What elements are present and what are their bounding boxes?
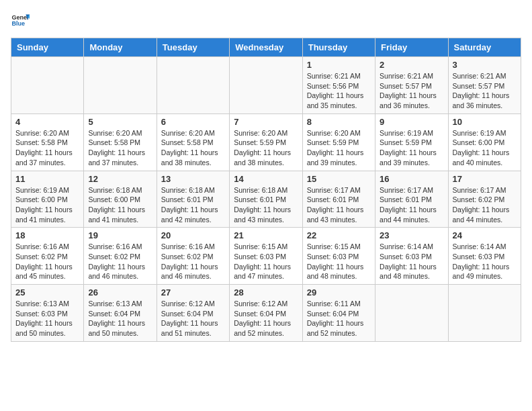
day-number: 10 [453, 117, 517, 127]
calendar-week-row: 25Sunrise: 6:13 AM Sunset: 6:03 PM Dayli… [11, 285, 521, 342]
day-number: 27 [161, 287, 225, 298]
day-info: Sunrise: 6:14 AM Sunset: 6:03 PM Dayligh… [380, 242, 443, 281]
day-info: Sunrise: 6:19 AM Sunset: 5:59 PM Dayligh… [380, 128, 443, 168]
calendar-cell: 23Sunrise: 6:14 AM Sunset: 6:03 PM Dayli… [375, 228, 448, 285]
logo-icon: General Blue [11, 11, 30, 30]
calendar-cell: 15Sunrise: 6:17 AM Sunset: 6:01 PM Dayli… [302, 171, 375, 228]
calendar-cell: 2Sunrise: 6:21 AM Sunset: 5:57 PM Daylig… [375, 57, 448, 114]
calendar-cell: 16Sunrise: 6:17 AM Sunset: 6:01 PM Dayli… [375, 171, 448, 228]
svg-text:Blue: Blue [11, 20, 25, 27]
calendar-cell [84, 57, 157, 114]
day-info: Sunrise: 6:17 AM Sunset: 6:02 PM Dayligh… [453, 185, 517, 225]
header: General Blue [11, 11, 521, 30]
day-number: 25 [15, 287, 79, 298]
day-info: Sunrise: 6:11 AM Sunset: 6:04 PM Dayligh… [307, 299, 371, 338]
calendar-cell: 27Sunrise: 6:12 AM Sunset: 6:04 PM Dayli… [157, 285, 229, 342]
day-number: 14 [234, 174, 298, 184]
day-info: Sunrise: 6:12 AM Sunset: 6:04 PM Dayligh… [234, 299, 298, 338]
calendar-header-row: SundayMondayTuesdayWednesdayThursdayFrid… [11, 38, 521, 57]
day-number: 9 [380, 117, 443, 127]
day-number: 3 [453, 60, 517, 70]
day-of-week-header: Wednesday [230, 38, 302, 57]
logo: General Blue [11, 11, 30, 30]
calendar-cell: 19Sunrise: 6:16 AM Sunset: 6:02 PM Dayli… [84, 228, 157, 285]
day-info: Sunrise: 6:20 AM Sunset: 5:58 PM Dayligh… [161, 128, 225, 168]
calendar-cell: 21Sunrise: 6:15 AM Sunset: 6:03 PM Dayli… [230, 228, 302, 285]
day-number: 21 [234, 230, 298, 240]
day-info: Sunrise: 6:18 AM Sunset: 6:00 PM Dayligh… [88, 185, 152, 225]
day-number: 20 [161, 230, 225, 240]
day-of-week-header: Monday [84, 38, 157, 57]
day-info: Sunrise: 6:16 AM Sunset: 6:02 PM Dayligh… [15, 242, 79, 281]
day-info: Sunrise: 6:15 AM Sunset: 6:03 PM Dayligh… [234, 242, 298, 281]
calendar-cell [230, 57, 302, 114]
day-info: Sunrise: 6:18 AM Sunset: 6:01 PM Dayligh… [161, 185, 225, 225]
day-number: 16 [380, 174, 443, 184]
day-number: 18 [15, 230, 79, 240]
calendar-cell: 5Sunrise: 6:20 AM Sunset: 5:58 PM Daylig… [84, 113, 157, 171]
day-number: 24 [453, 230, 517, 240]
day-info: Sunrise: 6:14 AM Sunset: 6:03 PM Dayligh… [453, 242, 517, 281]
day-number: 5 [88, 117, 152, 127]
day-info: Sunrise: 6:16 AM Sunset: 6:02 PM Dayligh… [161, 242, 225, 281]
day-number: 15 [307, 174, 371, 184]
day-number: 28 [234, 287, 298, 298]
day-info: Sunrise: 6:21 AM Sunset: 5:56 PM Dayligh… [307, 71, 371, 111]
day-number: 8 [307, 117, 371, 127]
day-number: 22 [307, 230, 371, 240]
calendar-cell: 13Sunrise: 6:18 AM Sunset: 6:01 PM Dayli… [157, 171, 229, 228]
day-info: Sunrise: 6:17 AM Sunset: 6:01 PM Dayligh… [307, 185, 371, 225]
day-number: 29 [307, 287, 371, 298]
day-info: Sunrise: 6:21 AM Sunset: 5:57 PM Dayligh… [380, 71, 443, 111]
calendar-table: SundayMondayTuesdayWednesdayThursdayFrid… [11, 38, 521, 342]
day-number: 6 [161, 117, 225, 127]
day-info: Sunrise: 6:16 AM Sunset: 6:02 PM Dayligh… [88, 242, 152, 281]
calendar-week-row: 11Sunrise: 6:19 AM Sunset: 6:00 PM Dayli… [11, 171, 521, 228]
day-info: Sunrise: 6:20 AM Sunset: 5:59 PM Dayligh… [234, 128, 298, 168]
day-info: Sunrise: 6:13 AM Sunset: 6:03 PM Dayligh… [15, 299, 79, 338]
calendar-cell [11, 57, 84, 114]
day-of-week-header: Thursday [302, 38, 375, 57]
calendar-cell: 22Sunrise: 6:15 AM Sunset: 6:03 PM Dayli… [302, 228, 375, 285]
day-info: Sunrise: 6:17 AM Sunset: 6:01 PM Dayligh… [380, 185, 443, 225]
day-number: 1 [307, 60, 371, 70]
calendar-week-row: 1Sunrise: 6:21 AM Sunset: 5:56 PM Daylig… [11, 57, 521, 114]
day-of-week-header: Sunday [11, 38, 84, 57]
day-number: 4 [15, 117, 79, 127]
day-number: 2 [380, 60, 443, 70]
day-info: Sunrise: 6:20 AM Sunset: 5:58 PM Dayligh… [88, 128, 152, 168]
calendar-cell: 18Sunrise: 6:16 AM Sunset: 6:02 PM Dayli… [11, 228, 84, 285]
calendar-cell: 28Sunrise: 6:12 AM Sunset: 6:04 PM Dayli… [230, 285, 302, 342]
calendar-week-row: 4Sunrise: 6:20 AM Sunset: 5:58 PM Daylig… [11, 113, 521, 171]
day-info: Sunrise: 6:12 AM Sunset: 6:04 PM Dayligh… [161, 299, 225, 338]
calendar-cell [448, 285, 521, 342]
calendar-cell: 14Sunrise: 6:18 AM Sunset: 6:01 PM Dayli… [230, 171, 302, 228]
day-number: 26 [88, 287, 152, 298]
day-number: 17 [453, 174, 517, 184]
calendar-cell: 9Sunrise: 6:19 AM Sunset: 5:59 PM Daylig… [375, 113, 448, 171]
day-info: Sunrise: 6:18 AM Sunset: 6:01 PM Dayligh… [234, 185, 298, 225]
calendar-cell: 3Sunrise: 6:21 AM Sunset: 5:57 PM Daylig… [448, 57, 521, 114]
calendar-cell: 29Sunrise: 6:11 AM Sunset: 6:04 PM Dayli… [302, 285, 375, 342]
day-of-week-header: Saturday [448, 38, 521, 57]
day-info: Sunrise: 6:13 AM Sunset: 6:04 PM Dayligh… [88, 299, 152, 338]
calendar-cell: 10Sunrise: 6:19 AM Sunset: 6:00 PM Dayli… [448, 113, 521, 171]
day-of-week-header: Tuesday [157, 38, 229, 57]
day-info: Sunrise: 6:19 AM Sunset: 6:00 PM Dayligh… [453, 128, 517, 168]
calendar-cell: 4Sunrise: 6:20 AM Sunset: 5:58 PM Daylig… [11, 113, 84, 171]
calendar-cell: 7Sunrise: 6:20 AM Sunset: 5:59 PM Daylig… [230, 113, 302, 171]
day-number: 11 [15, 174, 79, 184]
calendar-cell: 26Sunrise: 6:13 AM Sunset: 6:04 PM Dayli… [84, 285, 157, 342]
day-number: 7 [234, 117, 298, 127]
calendar-cell: 17Sunrise: 6:17 AM Sunset: 6:02 PM Dayli… [448, 171, 521, 228]
calendar-cell: 25Sunrise: 6:13 AM Sunset: 6:03 PM Dayli… [11, 285, 84, 342]
day-info: Sunrise: 6:15 AM Sunset: 6:03 PM Dayligh… [307, 242, 371, 281]
day-info: Sunrise: 6:19 AM Sunset: 6:00 PM Dayligh… [15, 185, 79, 225]
calendar-cell: 24Sunrise: 6:14 AM Sunset: 6:03 PM Dayli… [448, 228, 521, 285]
calendar-cell: 8Sunrise: 6:20 AM Sunset: 5:59 PM Daylig… [302, 113, 375, 171]
calendar-cell [375, 285, 448, 342]
day-number: 12 [88, 174, 152, 184]
calendar-week-row: 18Sunrise: 6:16 AM Sunset: 6:02 PM Dayli… [11, 228, 521, 285]
day-of-week-header: Friday [375, 38, 448, 57]
day-number: 13 [161, 174, 225, 184]
